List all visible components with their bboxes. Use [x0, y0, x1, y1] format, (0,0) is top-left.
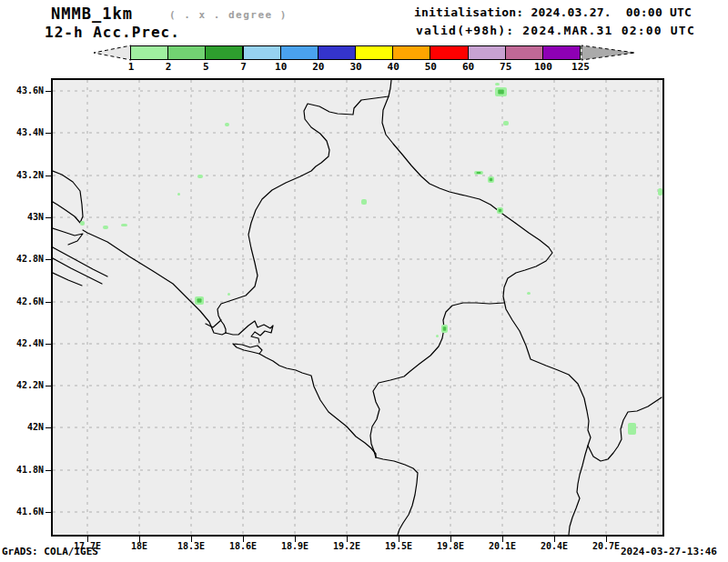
precip-spot — [197, 175, 203, 178]
colorbar-level-label: 5 — [190, 61, 221, 73]
precipitation-spots — [80, 83, 662, 435]
border-bosnia-montenegro — [217, 80, 391, 333]
croatian-channel-outline — [53, 228, 83, 245]
y-axis-tick — [46, 176, 52, 176]
colorbar-overflow-arrow — [579, 43, 639, 63]
y-axis-tick-label: 43.6N — [0, 85, 44, 95]
x-axis-tick — [139, 537, 140, 542]
precip-spot — [503, 121, 509, 125]
colorbar-segment — [542, 45, 581, 60]
peljesac-peninsula-outline — [53, 171, 83, 223]
colorbar-level-label: 60 — [453, 61, 484, 73]
precip-spot — [103, 226, 108, 229]
y-axis-tick-label: 41.8N — [0, 465, 44, 475]
precip-spot-core — [498, 90, 504, 95]
precipitation-map — [53, 80, 662, 535]
colorbar-level-label: 30 — [340, 61, 371, 73]
border-montenegro-albania-lake-skadar — [370, 303, 504, 457]
precip-spot — [495, 83, 500, 85]
x-axis-tick — [606, 537, 607, 542]
colorbar-segment — [505, 45, 543, 60]
colorbar-level-label: 7 — [228, 61, 259, 73]
x-axis-tick-label: 18.9E — [268, 541, 322, 551]
valid-time-label: valid(+98h): 2024.MAR.31 02:00 UTC — [416, 24, 695, 37]
x-axis-tick-label: 18E — [112, 541, 167, 551]
colorbar-level-label: 125 — [565, 61, 596, 73]
y-axis-tick — [46, 427, 52, 428]
precip-spot — [527, 292, 531, 295]
model-title: NMMB_1km — [51, 5, 133, 23]
x-axis-tick — [191, 537, 192, 542]
y-axis-tick — [46, 386, 52, 386]
colorbar-level-label: 75 — [490, 61, 521, 73]
y-axis-tick — [46, 344, 52, 345]
colorbar-segment — [130, 45, 168, 60]
x-axis-tick-label: 20.4E — [527, 541, 581, 551]
y-axis-tick — [46, 217, 52, 218]
country-borders — [53, 80, 662, 535]
precip-spot — [177, 193, 180, 196]
precip-spot-core — [443, 326, 447, 331]
x-axis-tick — [450, 537, 451, 542]
init-time-label: initialisation: 2024.03.27. 00:00 UTC — [414, 5, 692, 19]
island-line-3 — [53, 273, 82, 286]
x-axis-tick — [502, 537, 503, 542]
colorbar-level-label: 40 — [378, 61, 409, 73]
y-axis-tick — [46, 512, 52, 513]
colorbar-level-label: 1 — [116, 61, 147, 73]
x-axis-tick — [554, 537, 555, 542]
map-plot-area — [51, 78, 664, 537]
y-axis-tick-label: 41.6N — [0, 507, 44, 517]
y-axis-tick-label: 42N — [0, 422, 44, 432]
x-axis-tick-label: 18.6E — [216, 541, 270, 551]
y-axis-tick-label: 43N — [0, 212, 44, 222]
y-axis-tick-label: 43.4N — [0, 127, 44, 137]
y-axis-tick-label: 42.8N — [0, 254, 44, 264]
bay-of-kotor-lower — [233, 344, 262, 354]
colorbar-segment — [430, 45, 468, 60]
border-spur — [206, 320, 221, 327]
precip-spot — [628, 423, 636, 435]
colorbar-segment — [205, 45, 243, 60]
render-timestamp: 2024-03-27-13:46 — [621, 546, 717, 557]
colorbar-underflow-arrow — [89, 43, 133, 63]
y-axis-tick-label: 42.4N — [0, 338, 44, 348]
island-line-1 — [53, 247, 107, 276]
y-axis-tick-label: 42.6N — [0, 296, 44, 306]
x-axis-tick-label: 20.1E — [475, 541, 530, 551]
colorbar-segment — [243, 45, 281, 60]
x-axis-tick-label: 19.8E — [423, 541, 478, 551]
precip-spot — [121, 224, 127, 226]
adriatic-coastline-south — [259, 354, 376, 457]
precip-spot — [361, 199, 367, 205]
colorbar-segment — [280, 45, 318, 60]
x-axis-tick-label: 18.3E — [164, 541, 218, 551]
precip-spot — [436, 335, 439, 337]
colorbar-level-label: 10 — [266, 61, 297, 73]
x-axis-tick — [347, 537, 348, 542]
y-axis-tick — [46, 259, 52, 260]
precip-spot-core — [499, 209, 502, 213]
colorbar-level-label: 100 — [528, 61, 559, 73]
grid-resolution-note: ( . x . degree ) — [169, 9, 288, 21]
x-axis-tick-label: 19.2E — [319, 541, 374, 551]
precip-spot — [658, 188, 662, 196]
y-axis-tick — [46, 302, 52, 303]
precip-spot-core — [477, 172, 481, 174]
colorbar-level-label: 2 — [153, 61, 184, 73]
product-title: 12-h Acc.Prec. — [45, 24, 180, 41]
y-axis-tick-label: 42.2N — [0, 380, 44, 390]
colorbar-segment — [392, 45, 430, 60]
y-axis-tick — [46, 91, 52, 92]
albanian-coastline-south — [376, 457, 418, 535]
y-axis-tick — [46, 470, 52, 471]
adriatic-coastline-north — [83, 230, 226, 335]
x-axis-tick — [295, 537, 296, 542]
island-line-2 — [53, 258, 102, 284]
grads-credit: GrADS: COLA/IGES — [2, 546, 98, 557]
precip-spot — [80, 221, 85, 226]
colorbar-segment — [318, 45, 356, 60]
x-axis-tick-label: 19.5E — [371, 541, 426, 551]
precip-spot — [228, 293, 230, 296]
x-axis-tick — [87, 537, 88, 542]
